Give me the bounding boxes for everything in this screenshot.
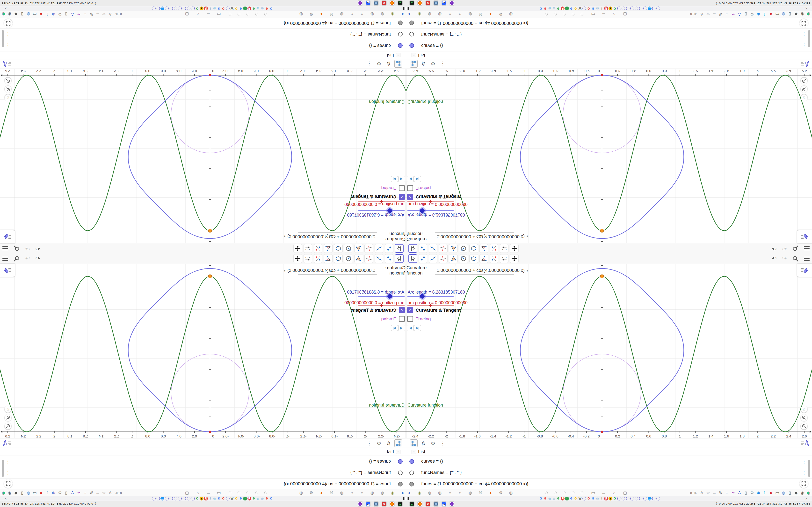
visibility-toggle[interactable] xyxy=(409,32,414,37)
favicon-tab[interactable] xyxy=(643,497,647,501)
back-arrow-icon[interactable]: ← xyxy=(205,491,211,495)
algebra-row[interactable]: funcs = {1.000000000000 + cos(4.00000000… xyxy=(0,17,406,29)
folder-icon[interactable]: ▭ xyxy=(590,12,596,17)
favicon-tab[interactable]: G xyxy=(195,497,199,501)
visibility-toggle[interactable] xyxy=(398,32,403,37)
globe-icon[interactable]: ◍ xyxy=(427,12,433,17)
favicon-tab[interactable] xyxy=(621,6,625,10)
globe-icon[interactable]: ◍ xyxy=(467,12,473,17)
tool-move-button[interactable] xyxy=(395,244,404,253)
redo-icon[interactable]: ↷ xyxy=(782,255,787,262)
shield-dark-icon[interactable]: ◆ xyxy=(793,490,799,495)
back-arrow-icon[interactable]: ← xyxy=(601,12,607,17)
arc-icon[interactable]: ∩ xyxy=(457,491,463,495)
tool-pan-button[interactable] xyxy=(293,244,302,253)
upload-cyan-icon[interactable]: ⇧ xyxy=(762,490,767,495)
tool-pan-button[interactable] xyxy=(510,254,519,263)
tool-perpendicular-button[interactable] xyxy=(439,254,448,263)
taskbar-terminal-icon[interactable] xyxy=(409,501,414,507)
fx-button[interactable]: fx xyxy=(419,60,427,68)
collapse-button[interactable]: − xyxy=(412,53,416,57)
download-icon[interactable]: ↓ xyxy=(82,12,88,17)
firefox-icon[interactable]: ● xyxy=(488,491,494,495)
arc-length-slider[interactable] xyxy=(407,210,454,211)
favicon-tab[interactable]: Я xyxy=(204,497,208,501)
arc-length-slider[interactable] xyxy=(358,296,405,297)
favicon-tab[interactable]: Я xyxy=(604,497,608,501)
plus-blue-icon[interactable]: ⊕ xyxy=(51,490,57,495)
favicon-tab[interactable]: Я xyxy=(204,6,208,10)
star-icon[interactable]: ☆ xyxy=(101,490,107,495)
scrollbar-thumb[interactable] xyxy=(808,30,810,47)
favicon-tab[interactable] xyxy=(626,497,630,501)
favicon-tab[interactable]: i xyxy=(208,6,212,10)
battery-icon[interactable]: ▯ xyxy=(787,12,793,17)
lock-icon[interactable]: ▢ xyxy=(184,12,190,17)
window-chevron-icon[interactable]: ∧ xyxy=(4,496,7,501)
tool-point-button[interactable]: A xyxy=(385,244,394,253)
redo-icon[interactable]: ↷ xyxy=(25,255,30,262)
battery-icon[interactable]: ▯ xyxy=(19,12,25,17)
favicon-tab[interactable]: Я xyxy=(561,6,564,10)
plus-blue-icon[interactable]: ⊕ xyxy=(51,12,57,17)
favicon-tab[interactable]: G xyxy=(543,6,547,10)
favicon-tab[interactable]: ◍ xyxy=(596,6,599,10)
step-forward-button[interactable] xyxy=(391,176,398,182)
favicon-tab[interactable]: i xyxy=(600,6,604,10)
shield-round-icon[interactable]: ◉ xyxy=(7,12,12,17)
favicon-tab[interactable]: G xyxy=(539,6,543,10)
firefox-icon[interactable]: ● xyxy=(318,491,324,495)
visibility-toggle[interactable] xyxy=(409,459,414,464)
arc-position-slider-knob[interactable] xyxy=(429,304,432,307)
record-red-icon[interactable]: ● xyxy=(38,491,44,495)
globe-icon[interactable]: ◍ xyxy=(298,12,304,17)
refresh-icon[interactable]: ↻ xyxy=(89,490,94,495)
folder-icon[interactable]: ▭ xyxy=(216,12,222,17)
skip-start-button[interactable] xyxy=(398,325,405,331)
taskbar-owl-icon[interactable]: ◌ xyxy=(449,0,454,6)
favicon-tab[interactable]: G xyxy=(591,497,595,501)
curvature-input[interactable]: 1.000000000000 + cos(4.000000000000 x) ▼ xyxy=(298,266,377,275)
favicon-tab[interactable] xyxy=(643,6,647,10)
tool-move-button[interactable] xyxy=(408,254,417,263)
algebra-more-button[interactable]: ⋮ xyxy=(439,60,447,68)
tracing-checkbox[interactable] xyxy=(407,185,413,191)
curvature-input[interactable]: 1.000000000000 + cos(4.000000000000 x) ▼ xyxy=(435,232,514,241)
upload-cyan-icon[interactable]: ⇧ xyxy=(45,12,50,17)
refresh-icon[interactable]: ↻ xyxy=(718,12,723,17)
collapse-button[interactable]: − xyxy=(396,450,400,454)
tool-angle-button[interactable]: α xyxy=(324,244,333,253)
home-button[interactable]: ⌂ xyxy=(5,95,11,101)
favicon-tab[interactable]: G xyxy=(269,497,273,501)
visibility-toggle[interactable] xyxy=(398,482,403,487)
graphics-stylebar-card[interactable] xyxy=(797,230,812,243)
gear-icon[interactable]: ⚙ xyxy=(308,12,314,17)
favicon-tab[interactable]: ▲ xyxy=(200,497,203,501)
globe-icon[interactable]: ◍ xyxy=(379,12,385,17)
settings-button[interactable]: ⚙ xyxy=(375,439,383,447)
back-arrow-icon[interactable]: ← xyxy=(205,12,211,17)
translate-icon[interactable]: A xyxy=(107,12,113,17)
zoom-in-button[interactable] xyxy=(801,414,807,421)
shield-round-icon[interactable]: ◉ xyxy=(800,12,805,17)
brush-icon[interactable]: ✒ xyxy=(730,490,736,495)
favicon-tab[interactable] xyxy=(182,497,186,501)
favicon-tab[interactable]: G xyxy=(574,6,577,10)
tool-reflect-button[interactable] xyxy=(490,254,498,263)
translate-blue-icon[interactable]: A xyxy=(69,491,75,495)
tool-perpendicular-button[interactable] xyxy=(364,254,373,263)
curvature-tangent-checkbox[interactable]: ✓ xyxy=(399,307,405,313)
arc-length-slider[interactable] xyxy=(358,210,405,211)
favicon-tab[interactable]: ▲ xyxy=(609,6,612,10)
algebra-row[interactable]: curves = {}⋮ xyxy=(0,456,406,467)
star-icon[interactable]: ☆ xyxy=(705,490,711,495)
globe-icon[interactable]: ◍ xyxy=(467,490,473,495)
visibility-toggle[interactable] xyxy=(409,43,414,48)
fullscreen-button[interactable] xyxy=(800,19,808,28)
zoom-out-button[interactable] xyxy=(801,423,807,430)
scrollbar-thumb[interactable] xyxy=(2,30,4,47)
favicon-tab[interactable]: G xyxy=(217,6,221,10)
tool-conic-button[interactable] xyxy=(334,254,343,263)
favicon-tab[interactable] xyxy=(182,6,186,10)
tool-circle-button[interactable] xyxy=(459,244,468,253)
